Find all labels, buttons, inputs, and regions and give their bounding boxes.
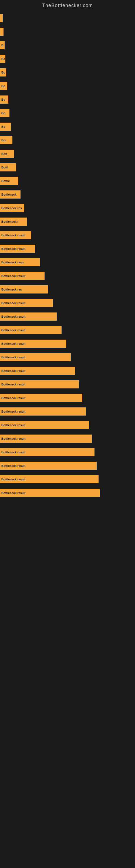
bar-row: Bottleneck res <box>0 284 135 295</box>
bar-row: Bottleneck result <box>0 243 135 254</box>
bar-row: Bottl <box>0 162 135 173</box>
bar-label: Bo <box>1 98 5 101</box>
bar-label: Bottleneck result <box>1 234 26 237</box>
bar-item: Bottleneck result <box>0 231 31 239</box>
bars-container: BBoBoBoBoBoBoBotBottBottlBottleBottlenec… <box>0 12 135 506</box>
bar-row: Bo <box>0 53 135 65</box>
bar-row: Bottleneck result <box>0 433 135 444</box>
bar-label: Bottleneck result <box>1 383 26 386</box>
bar-row: Bo <box>0 67 135 78</box>
bar-item: Bottleneck result <box>0 394 82 402</box>
bar-item: Bottleneck result <box>0 380 79 389</box>
bar-label: Bo <box>1 57 5 61</box>
bar-label: Bottleneck <box>1 193 16 196</box>
bar-item: Bottleneck result <box>0 462 97 470</box>
bar-item: Bottleneck result <box>0 353 71 361</box>
bar-row: Bottleneck result <box>0 460 135 471</box>
bar-label: Bo <box>1 84 5 88</box>
bar-item: Bo <box>0 123 11 131</box>
bar-item: Bottleneck result <box>0 299 53 307</box>
bar-row <box>0 26 135 37</box>
bar-item: Bottleneck result <box>0 326 61 334</box>
bar-label: B <box>1 44 3 47</box>
bar-label: Bot <box>1 138 6 142</box>
bar-row <box>0 12 135 24</box>
bar-item: Bo <box>0 82 7 90</box>
bar-item: Bottleneck result <box>0 367 75 375</box>
bar-row: Bottleneck result <box>0 311 135 322</box>
bar-label: Bottleneck result <box>1 274 26 278</box>
bar-label: Bottleneck result <box>1 355 26 359</box>
bar-label: Bottleneck resu <box>1 261 24 264</box>
bar-row: Bottleneck r <box>0 216 135 227</box>
bar-row: Bottleneck result <box>0 487 135 499</box>
bar-row: Bo <box>0 94 135 105</box>
bar-item: Bottl <box>0 163 16 172</box>
bar-item: Bottleneck result <box>0 245 35 253</box>
bar-item: Bottleneck result <box>0 272 45 280</box>
bar-row: Bottleneck result <box>0 406 135 417</box>
bar-item: Bottleneck result <box>0 312 57 321</box>
bar-row: Bottleneck result <box>0 229 135 241</box>
bar-row: Bot <box>0 134 135 146</box>
bar-row: Bottleneck result <box>0 474 135 485</box>
bar-row: B <box>0 40 135 51</box>
bar-label: Bottleneck result <box>1 315 26 318</box>
bar-label: Bottleneck result <box>1 342 26 345</box>
bar-row: Bottleneck result <box>0 270 135 282</box>
bar-row: Bottleneck result <box>0 351 135 363</box>
bar-label: Bottleneck result <box>1 396 26 400</box>
bar-row: Bottleneck <box>0 189 135 200</box>
bar-label: Bottleneck res <box>1 207 22 210</box>
bar-row: Bo <box>0 107 135 119</box>
bar-item: B <box>0 41 5 50</box>
bar-row: Bottleneck result <box>0 324 135 336</box>
bar-item: Bottleneck result <box>0 340 66 348</box>
bar-item: Bottleneck result <box>0 448 94 456</box>
bar-label: Bottleneck res <box>1 288 22 291</box>
bar-item: Bottleneck result <box>0 407 86 415</box>
bar-row: Bottleneck res <box>0 203 135 214</box>
bar-label: Bo <box>1 71 5 74</box>
bar-item: Bottleneck res <box>0 204 24 212</box>
bar-label: Bottleneck result <box>1 464 26 467</box>
bar-label: Bottleneck result <box>1 301 26 305</box>
bar-item: Bottleneck <box>0 190 20 198</box>
bar-label: Bo <box>1 112 5 115</box>
bar-item: Bottleneck r <box>0 218 27 226</box>
bar-row: Bottleneck resu <box>0 257 135 268</box>
bar-row: Bottleneck result <box>0 365 135 376</box>
bar-label: Bottleneck result <box>1 247 26 250</box>
bar-label: Bottleneck result <box>1 451 26 454</box>
site-title: TheBottlenecker.com <box>0 0 135 12</box>
bar-label: Bottleneck result <box>1 410 26 413</box>
bar-label: Bott <box>1 152 7 155</box>
bar-label: Bottleneck result <box>1 437 26 440</box>
bar-item: Bottleneck result <box>0 475 98 484</box>
bar-row: Bo <box>0 121 135 132</box>
bar-item: Bo <box>0 109 9 117</box>
bar-row: Bottleneck result <box>0 420 135 431</box>
bar-item: Bottleneck resu <box>0 258 40 267</box>
bar-row: Bottleneck result <box>0 446 135 458</box>
bar-item: Bo <box>0 95 8 104</box>
bar-item <box>0 14 3 22</box>
bar-row: Bottleneck result <box>0 379 135 390</box>
bar-item: Bot <box>0 136 12 144</box>
bar-label: Bottleneck result <box>1 329 26 332</box>
bar-item: Bottleneck res <box>0 285 48 293</box>
bar-item: Bott <box>0 150 14 158</box>
bar-item: Bo <box>0 68 6 76</box>
bar-row: Bottleneck result <box>0 392 135 404</box>
bar-item: Bottleneck result <box>0 421 89 429</box>
bar-row: Bo <box>0 80 135 92</box>
bar-row: Bottle <box>0 175 135 187</box>
bar-item <box>0 28 3 36</box>
bar-label: Bottleneck r <box>1 220 18 223</box>
bar-label: Bottleneck result <box>1 369 26 372</box>
bar-label: Bottle <box>1 179 10 183</box>
bar-row: Bottleneck result <box>0 338 135 349</box>
bar-item: Bottleneck result <box>0 489 100 497</box>
bar-row: Bottleneck result <box>0 297 135 309</box>
bar-item: Bottleneck result <box>0 435 92 443</box>
